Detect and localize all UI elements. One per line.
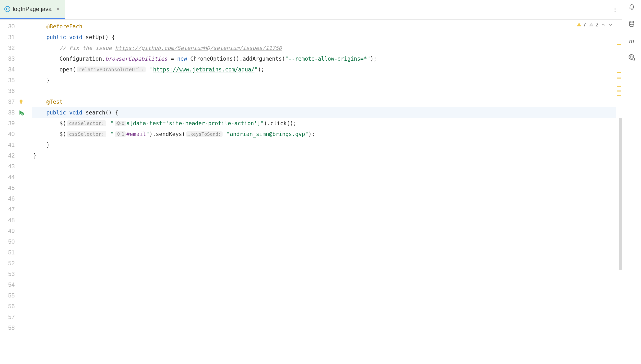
line-number: 30 — [8, 24, 15, 29]
svg-point-0 — [5, 6, 10, 12]
code-line: @Test — [32, 96, 616, 107]
svg-rect-11 — [591, 26, 591, 26]
svg-rect-10 — [591, 24, 591, 26]
right-margin — [492, 20, 492, 364]
notifications-icon[interactable] — [627, 2, 636, 12]
line-number: 43 — [8, 164, 15, 169]
prev-highlight-icon[interactable] — [601, 22, 606, 27]
code-line: } — [32, 75, 616, 86]
editor-tab-bar: logInPage.java — [0, 0, 622, 20]
line-number: 31 — [8, 34, 15, 40]
line-number: 55 — [8, 292, 15, 298]
line-number: 47 — [8, 206, 15, 212]
warning-icon — [576, 22, 582, 28]
gutter: 30 31 32 33 34 35 36 37 38 — [0, 20, 32, 364]
code-area[interactable]: @BeforeEach public void setUp() { // Fix… — [32, 20, 616, 364]
bulb-icon[interactable] — [18, 98, 25, 105]
maven-icon[interactable]: m — [627, 36, 636, 46]
line-number: 35 — [8, 77, 15, 83]
code-line: } — [32, 150, 616, 161]
line-number: 42 — [8, 153, 15, 158]
tab-more-icon[interactable] — [611, 6, 619, 14]
line-number: 58 — [8, 325, 15, 331]
line-number: 40 — [8, 131, 15, 137]
code-line: public void setUp() { — [32, 32, 616, 42]
param-hint: cssSelector: — [67, 120, 107, 126]
line-number: 48 — [8, 217, 15, 223]
param-hint: relativeOrAbsoluteUrl: — [77, 66, 146, 72]
line-number: 49 — [8, 228, 15, 234]
line-number: 36 — [8, 88, 15, 94]
java-class-icon — [5, 6, 10, 12]
scrollbar-thumb[interactable] — [619, 118, 622, 270]
right-tool-sidebar: m — [622, 0, 641, 364]
editor-body[interactable]: 30 31 32 33 34 35 36 37 38 — [0, 20, 622, 364]
weak-warning-icon — [589, 22, 594, 28]
line-number: 33 — [8, 56, 15, 62]
line-number: 34 — [8, 66, 15, 72]
warning-count: 7 — [583, 22, 586, 28]
weak-warning-count: 2 — [595, 22, 598, 28]
param-hint: cssSelector: — [67, 131, 107, 137]
svg-point-12 — [629, 21, 634, 23]
run-gutter-icon[interactable] — [18, 109, 25, 116]
line-number: 53 — [8, 271, 15, 277]
line-number: 46 — [8, 196, 15, 202]
line-number: 56 — [8, 303, 15, 309]
editor-tab[interactable]: logInPage.java — [0, 0, 65, 19]
scrollbar-track[interactable] — [618, 20, 622, 364]
svg-rect-9 — [579, 26, 579, 26]
param-hint: …keysToSend: — [186, 131, 223, 137]
code-line: Configuration.browserCapabilities = new … — [32, 53, 616, 64]
code-line: $(cssSelector: "1#email").sendKeys(…keys… — [32, 129, 616, 140]
line-number: 44 — [8, 174, 15, 180]
locator-badge[interactable]: 1 — [115, 131, 126, 137]
svg-point-5 — [21, 112, 24, 116]
svg-rect-4 — [21, 103, 22, 104]
line-number: 50 — [8, 239, 15, 244]
svg-point-2 — [614, 9, 615, 10]
code-line: $(cssSelector: "0a[data-test='site-heade… — [32, 118, 616, 129]
code-line: // Fix the issue https://github.com/Sele… — [32, 42, 616, 53]
code-line: @BeforeEach — [32, 21, 616, 32]
line-number: 38 — [8, 110, 15, 116]
svg-point-1 — [614, 8, 615, 8]
line-number: 51 — [8, 250, 15, 256]
inspections-widget[interactable]: 7 2 — [576, 22, 613, 28]
line-number: 39 — [8, 120, 15, 126]
svg-rect-8 — [579, 24, 579, 26]
editor-tab-label: logInPage.java — [13, 6, 52, 12]
line-number: 37 — [8, 99, 15, 105]
line-number: 32 — [8, 45, 15, 51]
web-inspector-icon[interactable] — [627, 52, 636, 62]
close-tab-icon[interactable] — [56, 6, 61, 12]
code-line: } — [32, 140, 616, 150]
next-highlight-icon[interactable] — [608, 22, 613, 27]
line-number: 41 — [8, 142, 15, 148]
line-number: 57 — [8, 314, 15, 320]
line-number: 54 — [8, 282, 15, 288]
line-number: 45 — [8, 185, 15, 191]
code-line — [32, 86, 616, 96]
error-stripe[interactable] — [616, 20, 622, 364]
line-number: 52 — [8, 260, 15, 266]
database-icon[interactable] — [627, 19, 636, 29]
locator-badge[interactable]: 0 — [115, 120, 126, 126]
code-line: open(relativeOrAbsoluteUrl: "https://www… — [32, 64, 616, 75]
svg-point-3 — [614, 11, 615, 12]
code-line-current: public void search() { — [32, 107, 616, 118]
